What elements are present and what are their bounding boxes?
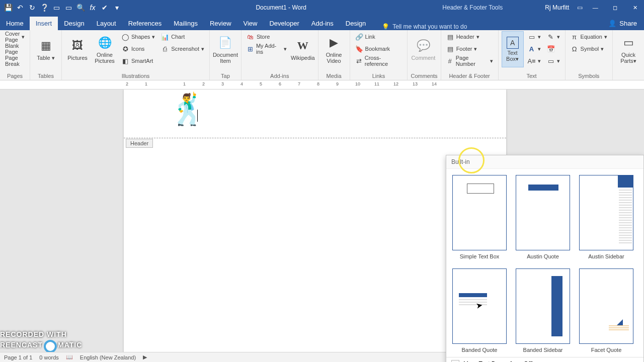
spell-icon[interactable]: ✔ <box>100 3 110 13</box>
user-name[interactable]: Rj Murfitt <box>541 4 573 11</box>
header-button[interactable]: ▤Header ▾ <box>444 31 481 42</box>
header-clipart[interactable]: 🕺 <box>169 95 207 125</box>
title-bar: 💾 ↶ ↻ ❔ ▭ ▭ 🔍 fx ✔ ▾ Document1 - Word He… <box>0 0 644 15</box>
tab-view[interactable]: View <box>237 17 264 30</box>
proofing-icon[interactable]: 📖 <box>66 354 73 360</box>
gallery-item-facet-quote[interactable]: Facet Quote <box>579 268 633 353</box>
office-icon: ▥ <box>451 360 459 362</box>
quick-parts-button[interactable]: ▭Quick Parts▾ <box>616 31 641 67</box>
open-icon[interactable]: ▭ <box>63 3 73 13</box>
share-icon: 👤 <box>608 20 616 27</box>
online-video-button[interactable]: ▶Online Video <box>321 31 347 67</box>
group-tap: 📄Document Item Tap <box>210 30 242 80</box>
chart-button[interactable]: 📊Chart <box>159 31 206 42</box>
gallery-item-simple-text-box[interactable]: Simple Text Box <box>452 175 507 259</box>
smartart-icon: ◧ <box>121 57 129 65</box>
header-icon: ▤ <box>446 33 454 41</box>
sig-line-mini[interactable]: ✎▾ <box>545 31 562 42</box>
restore-button[interactable]: ◻ <box>606 0 624 15</box>
blank-page-button[interactable]: Blank Page <box>3 43 27 54</box>
pictures-button[interactable]: 🖼Pictures <box>65 31 90 67</box>
bookmark-icon: 🔖 <box>355 45 363 53</box>
tab-developer[interactable]: Developer <box>263 17 305 30</box>
tab-insert[interactable]: Insert <box>30 17 58 30</box>
group-addins: 🛍Store ⊞My Add-ins ▾ WWikipedia Add-ins <box>242 30 318 80</box>
symbol-icon: Ω <box>571 45 579 53</box>
quick-parts-mini[interactable]: ▭▾ <box>526 31 543 42</box>
cover-page-button[interactable]: Cover Page ▾ <box>3 31 27 42</box>
tab-mailings[interactable]: Mailings <box>168 17 204 30</box>
share-button[interactable]: 👤 Share <box>601 17 644 30</box>
help-icon[interactable]: ❔ <box>39 3 49 13</box>
tab-design[interactable]: Design <box>58 17 90 30</box>
ribbon-tabs: Home Insert Design Layout References Mai… <box>0 15 644 30</box>
tab-references[interactable]: References <box>122 17 168 30</box>
tab-home[interactable]: Home <box>0 17 30 30</box>
group-header-footer: ▤Header ▾ ▤Footer ▾ #Page Number ▾ Heade… <box>441 30 499 80</box>
redo-icon[interactable]: ↻ <box>27 3 37 13</box>
tab-hf-design[interactable]: Design <box>340 17 372 30</box>
header-tag: Header <box>126 139 153 148</box>
gallery-item-austin-sidebar[interactable]: Austin Sidebar <box>579 175 633 259</box>
horizontal-ruler[interactable]: 211234567891011121314 <box>0 80 644 89</box>
gallery-item-banded-sidebar[interactable]: Banded Sidebar <box>516 268 570 353</box>
page-indicator[interactable]: Page 1 of 1 <box>4 354 32 360</box>
pictures-icon: 🖼 <box>69 38 86 54</box>
document-item-icon: 📄 <box>217 35 233 51</box>
fx-icon[interactable]: fx <box>88 3 98 13</box>
tell-me-placeholder: Tell me what you want to do <box>392 23 467 30</box>
tell-me-box[interactable]: 💡 Tell me what you want to do <box>382 23 601 30</box>
quick-access-toolbar: 💾 ↶ ↻ ❔ ▭ ▭ 🔍 fx ✔ ▾ <box>0 3 122 13</box>
link-button[interactable]: 🔗Link <box>353 31 377 42</box>
screencast-watermark: RECORDED WITH REENCASTMATIC <box>0 330 82 352</box>
symbol-button[interactable]: ΩSymbol ▾ <box>569 43 606 54</box>
language-indicator[interactable]: English (New Zealand) <box>80 354 136 360</box>
cross-reference-button[interactable]: ⇄Cross-reference <box>353 55 405 66</box>
qat-more-icon[interactable]: ▾ <box>112 3 122 13</box>
smartart-button[interactable]: ◧SmartArt <box>119 55 157 66</box>
equation-button[interactable]: πEquation ▾ <box>569 31 609 42</box>
gallery-item-banded-quote[interactable]: Banded Quote <box>452 268 507 353</box>
page-number-icon: # <box>446 57 454 65</box>
wordart-mini[interactable]: A▾ <box>526 43 543 54</box>
cross-ref-icon: ⇄ <box>355 57 363 65</box>
my-addins-button[interactable]: ⊞My Add-ins ▾ <box>245 43 289 54</box>
new-doc-icon[interactable]: ▭ <box>51 3 61 13</box>
equation-icon: π <box>571 33 579 41</box>
account-icon[interactable]: ▭ <box>573 4 586 11</box>
find-icon[interactable]: 🔍 <box>75 3 86 13</box>
dropcap-mini[interactable]: A≡▾ <box>526 55 543 66</box>
date-time-mini[interactable]: 📅 <box>545 43 562 54</box>
word-count[interactable]: 0 words <box>39 354 59 360</box>
footer-button[interactable]: ▤Footer ▾ <box>444 43 479 54</box>
undo-icon[interactable]: ↶ <box>15 3 25 13</box>
wikipedia-button[interactable]: WWikipedia <box>291 31 315 67</box>
group-media: ▶Online Video Media <box>318 30 350 80</box>
save-icon[interactable]: 💾 <box>3 3 13 13</box>
page-number-button[interactable]: #Page Number ▾ <box>444 55 495 66</box>
screenshot-button[interactable]: ⎙Screenshot ▾ <box>159 43 206 54</box>
tab-layout[interactable]: Layout <box>91 17 122 30</box>
online-pictures-button[interactable]: 🌐Online Pictures <box>92 31 117 67</box>
bookmark-button[interactable]: 🔖Bookmark <box>353 43 392 54</box>
tab-review[interactable]: Review <box>204 17 237 30</box>
store-button[interactable]: 🛍Store <box>245 31 289 42</box>
macro-icon[interactable]: ▶ <box>143 354 147 360</box>
comment-button[interactable]: 💬Comment <box>411 31 436 67</box>
close-button[interactable]: ✕ <box>626 0 644 15</box>
group-symbols: πEquation ▾ ΩSymbol ▾ Symbols <box>566 30 613 80</box>
document-item-button[interactable]: 📄Document Item <box>213 31 238 67</box>
icons-button[interactable]: ✪Icons <box>119 43 157 54</box>
document-area: 🕺 Header Built-in Simple Text Box Austin… <box>0 89 644 362</box>
page-break-button[interactable]: Page Break <box>3 55 27 66</box>
window-title: Document1 - Word <box>122 4 440 11</box>
text-box-button[interactable]: AText Box▾ <box>502 31 524 67</box>
minimize-button[interactable]: — <box>586 0 604 15</box>
more-text-boxes-menuitem[interactable]: ▥More Text Boxes from Office.com <box>446 357 643 362</box>
screenshot-icon: ⎙ <box>161 45 169 53</box>
tab-addins[interactable]: Add-ins <box>305 17 340 30</box>
table-button[interactable]: ▦Table ▾ <box>33 31 58 67</box>
gallery-item-austin-quote[interactable]: Austin Quote <box>516 175 570 259</box>
shapes-button[interactable]: ◯Shapes ▾ <box>119 31 157 42</box>
object-mini[interactable]: ▭▾ <box>545 55 562 66</box>
